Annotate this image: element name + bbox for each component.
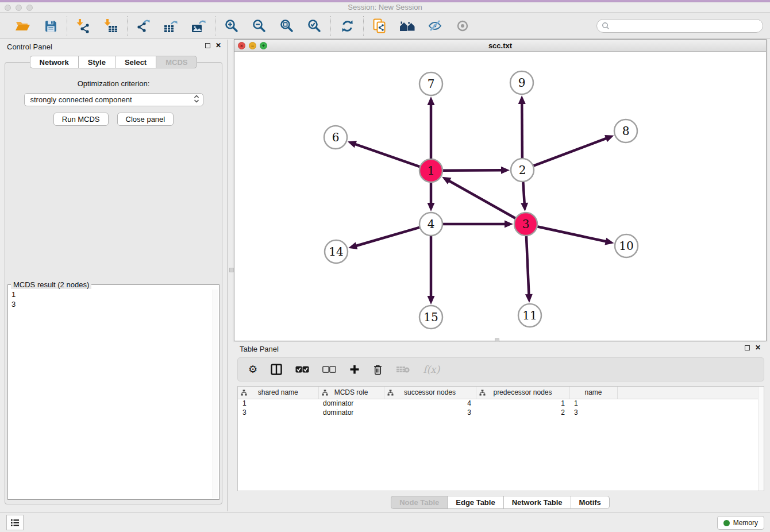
clone-network-icon[interactable]	[371, 17, 388, 34]
select-all-checkboxes-icon[interactable]	[295, 362, 309, 377]
column-layout-icon[interactable]	[271, 362, 282, 377]
result-scrollbar[interactable]	[213, 290, 218, 498]
zoom-out-icon[interactable]	[251, 17, 268, 34]
show-eye-icon[interactable]	[454, 17, 471, 34]
run-mcds-button[interactable]: Run MCDS	[53, 113, 109, 126]
tab-mcds[interactable]: MCDS	[156, 56, 197, 68]
graph-node-6[interactable]: 6	[324, 126, 347, 149]
column-header-name[interactable]: name	[569, 387, 617, 399]
hide-eye-icon[interactable]	[426, 17, 444, 34]
control-panel-tabs: NetworkStyleSelectMCDS	[0, 56, 227, 68]
memory-button[interactable]: Memory	[717, 516, 764, 530]
search-box[interactable]	[596, 19, 763, 33]
graph-edge-1-6[interactable]	[348, 141, 420, 167]
zoom-in-icon[interactable]	[223, 17, 240, 34]
tab-network[interactable]: Network	[30, 56, 78, 68]
export-network-icon[interactable]	[135, 17, 152, 34]
graph-node-9[interactable]: 9	[510, 71, 533, 94]
table-row[interactable]: 1dominator411	[238, 399, 764, 408]
tab-motifs[interactable]: Motifs	[571, 496, 610, 509]
add-column-icon[interactable]	[349, 362, 360, 377]
export-table-icon[interactable]	[163, 17, 180, 34]
memory-label: Memory	[733, 519, 758, 527]
svg-text:14: 14	[329, 245, 343, 259]
mcds-result-text[interactable]: 1 3	[11, 290, 212, 498]
svg-text:2: 2	[519, 163, 526, 177]
network-view-window: × − + scc.txt 7968124314101511	[234, 39, 767, 341]
close-table-panel-icon[interactable]: ✕	[755, 345, 761, 350]
graph-node-14[interactable]: 14	[325, 240, 348, 263]
deselect-all-checkboxes-icon[interactable]	[322, 362, 336, 377]
graph-node-11[interactable]: 11	[518, 304, 541, 327]
graph-edge-3-10[interactable]	[537, 226, 614, 245]
graph-node-2[interactable]: 2	[511, 159, 534, 182]
zoom-selected-icon[interactable]	[306, 17, 323, 34]
home-icon[interactable]	[399, 17, 416, 34]
network-window-titlebar[interactable]: × − + scc.txt	[234, 40, 766, 52]
open-file-icon[interactable]	[14, 17, 32, 34]
svg-text:9: 9	[518, 76, 526, 90]
refresh-layout-icon[interactable]	[338, 17, 356, 34]
graph-node-10[interactable]: 10	[615, 234, 638, 257]
column-header-predecessor-nodes[interactable]: predecessor nodes	[476, 387, 569, 399]
graph-node-15[interactable]: 15	[419, 306, 442, 329]
control-panel-title: Control Panel	[7, 43, 52, 51]
delete-table-icon[interactable]	[396, 362, 410, 377]
tab-network-table[interactable]: Network Table	[503, 496, 571, 509]
network-window-title: scc.txt	[234, 41, 766, 50]
close-panel-button[interactable]: Close panel	[117, 113, 174, 126]
graph-node-3[interactable]: 3	[514, 213, 537, 236]
graph-node-8[interactable]: 8	[614, 119, 637, 142]
column-header-successor-nodes[interactable]: successor nodes	[384, 387, 476, 399]
graph-edge-1-4[interactable]	[428, 182, 435, 211]
import-table-icon[interactable]	[102, 17, 120, 34]
node-table: shared nameMCDS rolesuccessor nodesprede…	[237, 386, 764, 491]
import-network-icon[interactable]	[75, 17, 92, 34]
graph-edge-2-8[interactable]	[533, 135, 614, 166]
graph-edge-1-2[interactable]	[442, 167, 510, 174]
graph-node-4[interactable]: 4	[419, 213, 442, 236]
network-canvas[interactable]: 7968124314101511	[234, 52, 766, 341]
graph-edge-4-14[interactable]	[348, 228, 420, 249]
memory-status-icon	[723, 520, 730, 526]
zoom-fit-icon[interactable]	[278, 17, 295, 34]
delete-column-trash-icon[interactable]	[373, 362, 383, 377]
graph-edge-2-3[interactable]	[521, 182, 528, 211]
float-table-panel-icon[interactable]	[745, 345, 750, 350]
column-header-MCDS-role[interactable]: MCDS role	[318, 387, 384, 399]
graph-edge-3-11[interactable]	[525, 236, 533, 303]
task-history-button[interactable]	[6, 515, 24, 530]
close-panel-icon[interactable]: ✕	[215, 43, 221, 48]
export-image-icon[interactable]	[190, 17, 207, 34]
tab-edge-table[interactable]: Edge Table	[447, 496, 503, 509]
table-panel: Table Panel ✕ ⚙ f(x) shared nameMCDS	[234, 342, 767, 510]
tab-node-table[interactable]: Node Table	[391, 496, 447, 509]
graph-edge-2-9[interactable]	[518, 95, 526, 159]
graph-edge-4-15[interactable]	[428, 236, 435, 304]
tab-style[interactable]: Style	[78, 56, 115, 68]
vertical-splitter-handle[interactable]	[229, 268, 234, 272]
main-toolbar	[0, 13, 770, 39]
graph-node-1[interactable]: 1	[419, 159, 442, 182]
function-builder-icon[interactable]: f(x)	[423, 362, 440, 377]
tab-select[interactable]: Select	[115, 56, 156, 68]
table-scrollbar[interactable]	[758, 387, 764, 491]
svg-text:8: 8	[622, 124, 630, 138]
save-session-icon[interactable]	[42, 17, 59, 34]
graph-edge-3-1[interactable]	[442, 177, 515, 218]
table-toolbar: ⚙ f(x)	[237, 357, 764, 381]
float-panel-icon[interactable]	[205, 43, 210, 48]
svg-text:4: 4	[428, 217, 435, 231]
graph-edge-4-3[interactable]	[442, 221, 513, 228]
graph-node-7[interactable]: 7	[419, 72, 442, 95]
search-input[interactable]	[613, 22, 758, 30]
mcds-result-group: MCDS result (2 nodes) 1 3	[7, 284, 220, 500]
optimization-criterion-select[interactable]: strongly connected component	[24, 93, 203, 106]
mcds-result-title: MCDS result (2 nodes)	[11, 280, 91, 289]
table-row[interactable]: 3dominator323	[238, 408, 764, 417]
svg-text:11: 11	[522, 309, 537, 322]
status-bar: Memory	[0, 512, 770, 532]
settings-gear-icon[interactable]: ⚙	[248, 362, 257, 377]
column-header-shared-name[interactable]: shared name	[238, 387, 318, 399]
graph-edge-1-7[interactable]	[428, 97, 435, 159]
